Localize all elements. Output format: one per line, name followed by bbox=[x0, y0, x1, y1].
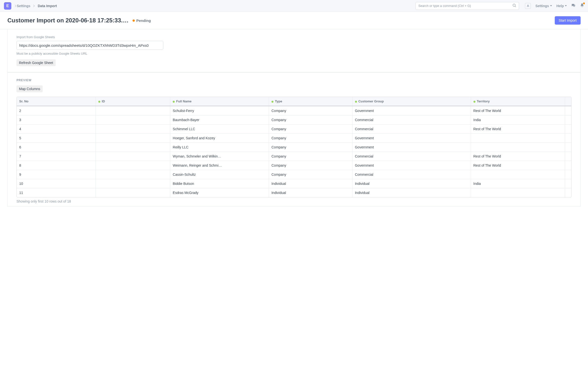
search-box[interactable] bbox=[416, 2, 519, 10]
table-cell: Rest of The World bbox=[471, 106, 565, 115]
table-cell bbox=[96, 188, 170, 197]
table-row[interactable]: 8Weimann, Reinger and Schmi…CompanyGover… bbox=[17, 161, 571, 170]
notification-dot bbox=[583, 2, 585, 4]
table-cell: Commercial bbox=[352, 152, 471, 161]
table-cell bbox=[96, 143, 170, 152]
breadcrumb: Settings Data Import bbox=[17, 4, 57, 8]
col-header-customer-group[interactable]: Customer Group bbox=[352, 97, 471, 106]
table-cell bbox=[565, 143, 571, 152]
table-cell bbox=[565, 106, 571, 115]
dot-icon bbox=[173, 101, 175, 103]
table-row[interactable]: 9Cassin-SchultzCompanyCommercial bbox=[17, 170, 571, 179]
table-cell bbox=[565, 134, 571, 143]
table-cell bbox=[96, 170, 170, 179]
table-cell: Weimann, Reinger and Schmi… bbox=[170, 161, 269, 170]
help-menu[interactable]: Help bbox=[556, 4, 567, 8]
table-cell: Company bbox=[269, 152, 352, 161]
dot-icon bbox=[98, 101, 100, 103]
app-logo[interactable]: E bbox=[4, 2, 11, 10]
avatar[interactable]: A bbox=[525, 3, 531, 9]
table-cell: Baumbach-Bayer bbox=[170, 115, 269, 124]
col-header-srno[interactable]: Sr. No bbox=[17, 97, 96, 106]
col-header-spacer bbox=[565, 97, 571, 106]
table-cell: 8 bbox=[17, 161, 96, 170]
page-header: Customer Import on 2020-06-18 17:25:33.…… bbox=[0, 12, 588, 29]
col-header-type[interactable]: Type bbox=[269, 97, 352, 106]
dot-icon bbox=[355, 101, 357, 103]
table-cell: 7 bbox=[17, 152, 96, 161]
table-cell bbox=[96, 124, 170, 134]
chevron-down-icon bbox=[550, 5, 552, 6]
table-row[interactable]: 3Baumbach-BayerCompanyCommercialIndia bbox=[17, 115, 571, 124]
dot-icon bbox=[473, 101, 475, 103]
table-cell bbox=[471, 134, 565, 143]
table-cell bbox=[96, 161, 170, 170]
table-cell bbox=[471, 170, 565, 179]
refresh-sheet-button[interactable]: Refresh Google Sheet bbox=[17, 59, 56, 66]
table-cell bbox=[565, 124, 571, 134]
table-cell bbox=[96, 179, 170, 188]
dot-icon bbox=[272, 101, 273, 103]
table-cell: Cassin-Schultz bbox=[170, 170, 269, 179]
preview-table: Sr. No ID Full Name Type Customer Group … bbox=[17, 97, 571, 197]
table-cell: 2 bbox=[17, 106, 96, 115]
settings-menu[interactable]: Settings bbox=[535, 4, 552, 8]
table-row[interactable]: 7Wyman, Schmeler and Wilkin…CompanyComme… bbox=[17, 152, 571, 161]
table-footer-text: Showing only first 10 rows out of 18 bbox=[17, 199, 571, 203]
table-cell bbox=[471, 188, 565, 197]
table-cell: Government bbox=[352, 134, 471, 143]
table-cell bbox=[96, 115, 170, 124]
table-cell: Government bbox=[352, 106, 471, 115]
col-header-id[interactable]: ID bbox=[96, 97, 170, 106]
table-cell: 3 bbox=[17, 115, 96, 124]
table-cell: 11 bbox=[17, 188, 96, 197]
table-cell: Commercial bbox=[352, 170, 471, 179]
breadcrumb-item-data-import[interactable]: Data Import bbox=[38, 4, 57, 8]
table-cell bbox=[565, 161, 571, 170]
col-header-territory[interactable]: Territory bbox=[471, 97, 565, 106]
bell-icon[interactable] bbox=[580, 3, 584, 8]
breadcrumb-item-settings[interactable]: Settings bbox=[17, 4, 30, 8]
table-cell: Company bbox=[269, 143, 352, 152]
table-row[interactable]: 5Hoeger, Sanford and KozeyCompanyGovernm… bbox=[17, 134, 571, 143]
table-cell: 9 bbox=[17, 170, 96, 179]
col-header-full-name[interactable]: Full Name bbox=[170, 97, 269, 106]
table-cell: Company bbox=[269, 134, 352, 143]
table-row[interactable]: 6Reilly LLCCompanyGovernment bbox=[17, 143, 571, 152]
help-menu-label: Help bbox=[556, 4, 564, 8]
sheet-url-label: Import from Google Sheets bbox=[17, 35, 571, 39]
table-row[interactable]: 10Biddie ButsonIndividualIndividualIndia bbox=[17, 179, 571, 188]
status-dot-icon bbox=[132, 20, 135, 22]
table-cell bbox=[471, 143, 565, 152]
table-cell: Biddie Butson bbox=[170, 179, 269, 188]
table-cell: Hoeger, Sanford and Kozey bbox=[170, 134, 269, 143]
table-cell: 4 bbox=[17, 124, 96, 134]
map-columns-button[interactable]: Map Columns bbox=[17, 85, 42, 92]
sheet-url-input[interactable] bbox=[17, 41, 163, 50]
table-cell: Commercial bbox=[352, 115, 471, 124]
sheet-url-section: Import from Google Sheets Must be a publ… bbox=[7, 29, 581, 72]
table-cell bbox=[565, 115, 571, 124]
table-cell bbox=[565, 179, 571, 188]
table-row[interactable]: 2Schulist-FerryCompanyGovernmentRest of … bbox=[17, 106, 571, 115]
table-cell: Individual bbox=[352, 179, 471, 188]
table-cell bbox=[565, 188, 571, 197]
topbar-right: A Settings Help bbox=[525, 3, 584, 9]
table-cell: Individual bbox=[352, 188, 471, 197]
table-cell: Rest of The World bbox=[471, 152, 565, 161]
table-cell: Individual bbox=[269, 188, 352, 197]
chat-icon[interactable] bbox=[571, 3, 576, 8]
table-cell: Government bbox=[352, 143, 471, 152]
table-cell: Company bbox=[269, 115, 352, 124]
table-cell bbox=[96, 106, 170, 115]
table-cell bbox=[565, 152, 571, 161]
table-cell bbox=[565, 170, 571, 179]
table-cell: Rest of The World bbox=[471, 161, 565, 170]
search-input[interactable] bbox=[418, 4, 512, 8]
table-cell: India bbox=[471, 179, 565, 188]
table-row[interactable]: 4Schimmel LLCCompanyCommercialRest of Th… bbox=[17, 124, 571, 134]
table-row[interactable]: 11Esdras McGradyIndividualIndividual bbox=[17, 188, 571, 197]
preview-heading: PREVIEW bbox=[17, 79, 571, 82]
status-label: Pending bbox=[136, 19, 151, 23]
start-import-button[interactable]: Start Import bbox=[555, 16, 581, 25]
